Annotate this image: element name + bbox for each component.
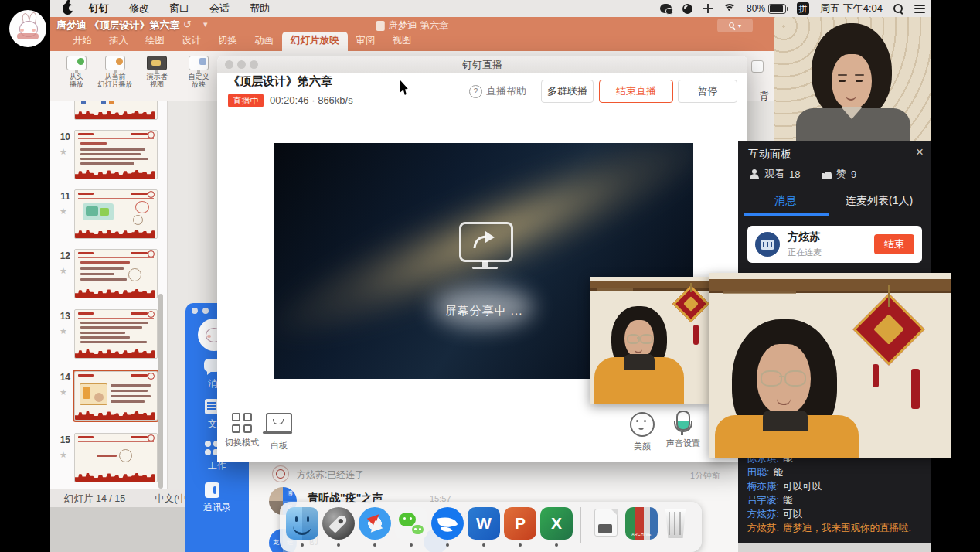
tab-insert[interactable]: 插入	[100, 32, 137, 51]
slide-panel-scrollbar[interactable]	[158, 294, 163, 489]
finder-dock-icon[interactable]	[286, 507, 318, 540]
live-chat-messages: 陈永琪:能 田聪:能 梅亦康:可以可以 吕宇凌:能 方炫苏:可以 方炫苏:唐梦迪…	[747, 451, 922, 535]
wifi-icon[interactable]	[723, 4, 736, 13]
safari-dock-icon[interactable]	[359, 507, 391, 540]
beauty-filter-button[interactable]: 美颜	[619, 412, 665, 452]
launchpad-dock-icon[interactable]	[322, 507, 355, 540]
chat-message: 方炫苏:可以	[747, 507, 922, 521]
word-dock-icon[interactable]: W	[468, 507, 500, 540]
slide-thumbnail-13[interactable]	[74, 309, 158, 359]
contacts-icon[interactable]	[202, 482, 223, 499]
input-method-icon[interactable]: 拼	[797, 2, 809, 15]
whiteboard-button[interactable]: 白板	[256, 413, 302, 451]
chevron-down-icon: ▾	[738, 22, 741, 29]
slide-star-icon: ★	[60, 387, 67, 397]
ribbon-search-button[interactable]: ▾	[717, 19, 753, 32]
slide-thumbnail-12[interactable]	[74, 249, 158, 298]
viewers-label: 观看	[764, 167, 784, 181]
battery-icon	[768, 4, 786, 14]
dingtalk-dock-icon[interactable]	[431, 507, 464, 540]
slide-thumbnail-11[interactable]	[74, 189, 158, 239]
panel-title: 互动面板	[748, 148, 791, 162]
undo-icon[interactable]: ↺	[183, 19, 192, 30]
live-help-label: 直播帮助	[486, 84, 526, 98]
tab-home[interactable]: 开始	[64, 32, 100, 51]
slide-counter: 幻灯片 14 / 15	[64, 492, 125, 506]
custom-show-button[interactable]: 自定义 放映	[179, 56, 219, 88]
tab-animations[interactable]: 动画	[246, 32, 282, 51]
close-icon[interactable]: ×	[916, 145, 924, 160]
audio-settings-button[interactable]: 声音设置	[660, 411, 706, 449]
apple-menu-icon[interactable]	[63, 3, 73, 15]
tab-review[interactable]: 审阅	[348, 32, 384, 51]
ppt-document-title-text: 唐梦迪 第六章	[388, 19, 448, 32]
tab-mic-list[interactable]: 连麦列表(1人)	[846, 194, 913, 208]
glasses	[761, 370, 782, 387]
pause-button[interactable]: 暂停	[678, 80, 737, 103]
slide-star-icon: ★	[60, 147, 67, 157]
menu-clock[interactable]: 周五 下午4:04	[820, 2, 883, 15]
live-window-title: 钉钉直播	[217, 58, 747, 72]
spotlight-search-icon[interactable]	[893, 4, 903, 14]
viewers-value: 18	[789, 169, 800, 180]
menu-conversation[interactable]: 会话	[199, 2, 240, 15]
wechat-status-icon[interactable]	[660, 4, 672, 13]
wechat-dock-icon[interactable]	[395, 507, 427, 540]
end-live-button[interactable]: 结束直播	[599, 80, 673, 103]
presenter-webcam-video[interactable]	[774, 17, 931, 141]
tab-messages[interactable]: 消息	[774, 194, 796, 208]
menu-edit[interactable]: 修改	[119, 2, 159, 15]
slide-thumbnail-partial[interactable]	[74, 101, 158, 120]
beauty-face-icon	[630, 412, 655, 437]
glasses	[627, 334, 640, 344]
menu-window[interactable]: 窗口	[159, 2, 199, 15]
archive-dock-icon[interactable]: ARCHIVE	[625, 507, 658, 540]
notification-center-icon[interactable]	[914, 5, 925, 13]
quick-access-caret-icon[interactable]: ▾	[203, 19, 208, 29]
document-dock-icon[interactable]	[589, 507, 621, 540]
play-from-start-button[interactable]: 从头 播放	[56, 56, 97, 88]
mic-user-video-small[interactable]	[590, 277, 709, 404]
microphone-icon	[676, 411, 690, 431]
slide-thumbnail-14-selected[interactable]	[74, 371, 158, 421]
rabbit-cheek	[20, 29, 24, 32]
play-from-current-button[interactable]: 从当前 幻灯片播放	[95, 56, 135, 88]
powerpoint-dock-icon[interactable]: P	[504, 507, 536, 540]
mic-user-video-large[interactable]	[709, 273, 951, 458]
end-mic-button[interactable]: 结束	[874, 234, 914, 254]
custom-show-label: 自定义 放映	[179, 73, 219, 88]
tab-design[interactable]: 设计	[173, 32, 209, 51]
floating-user-avatar[interactable]	[9, 10, 46, 47]
group-seal-avatar[interactable]	[272, 465, 289, 482]
menu-app[interactable]: 钉钉	[79, 2, 119, 15]
play-from-current-icon	[105, 56, 125, 70]
hide-background-checkbox[interactable]	[751, 60, 764, 73]
slide-thumbnail-15[interactable]	[74, 433, 158, 482]
move-tool-icon[interactable]	[703, 4, 713, 13]
screen-share-icon	[459, 222, 513, 262]
slide-thumbnail-10[interactable]	[74, 130, 158, 179]
tab-transitions[interactable]: 切换	[209, 32, 246, 51]
traffic-light[interactable]	[192, 308, 198, 314]
live-title-bar[interactable]: 钉钉直播	[217, 56, 747, 73]
macos-dock: W P X ARCHIVE	[280, 502, 702, 552]
live-help-link[interactable]: ? 直播帮助	[469, 84, 526, 98]
chat-message-highlighted: 方炫苏:唐梦迪，我来围观你的直播啦.	[747, 521, 922, 535]
slide-star-icon: ★	[60, 266, 67, 276]
tab-draw[interactable]: 绘图	[137, 32, 173, 51]
tab-view[interactable]: 视图	[384, 32, 420, 51]
slide-thumbnail-panel: 10 ★ 11 ★ 12 ★	[50, 101, 168, 489]
trash-dock-icon[interactable]	[662, 507, 689, 540]
panel-input-strip[interactable]	[738, 543, 931, 552]
battery-indicator[interactable]: 80%	[747, 3, 786, 14]
multi-group-broadcast-button[interactable]: 多群联播	[541, 80, 594, 103]
slide-number: 10	[53, 131, 70, 142]
presenter-view-button[interactable]: 演示者 视图	[137, 56, 177, 88]
mic-user-avatar	[755, 232, 780, 257]
traffic-light[interactable]	[202, 308, 209, 314]
excel-dock-icon[interactable]: X	[540, 507, 573, 540]
sidebar-item-contacts[interactable]: 通讯录	[185, 501, 249, 514]
tab-slideshow-active[interactable]: 幻灯片放映	[282, 32, 348, 51]
status-menu-icon[interactable]	[682, 4, 692, 14]
menu-help[interactable]: 帮助	[240, 2, 280, 15]
